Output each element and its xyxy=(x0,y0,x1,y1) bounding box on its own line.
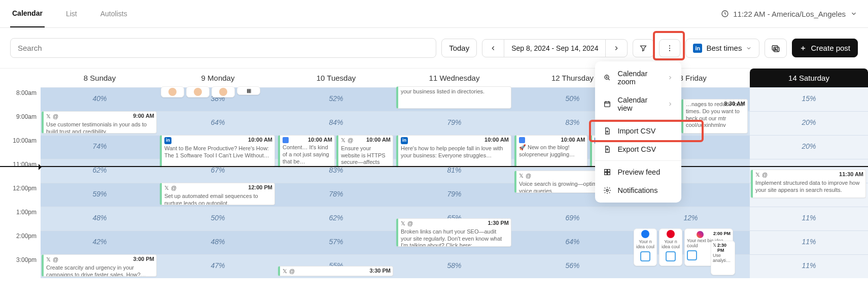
event-card[interactable]: 𝕏@ 3:30 PM xyxy=(278,266,393,276)
event-time: 10:00 AM xyxy=(308,137,332,144)
menu-preview-feed[interactable]: Preview feed xyxy=(595,163,681,181)
pct-label: 42% xyxy=(41,238,159,246)
event-card[interactable]: in 10:00 AM Want to Be More Productive? … xyxy=(160,135,275,168)
svg-rect-5 xyxy=(605,102,610,107)
more-menu-button[interactable] xyxy=(659,39,680,57)
chevron-down-icon xyxy=(850,10,858,18)
svg-point-10 xyxy=(606,189,608,191)
search-input[interactable] xyxy=(10,38,436,58)
tab-autolists[interactable]: Autolists xyxy=(98,0,129,27)
pct-label: 47% xyxy=(159,261,277,270)
menu-export-csv[interactable]: Export CSV xyxy=(595,140,681,158)
pct-label: 50% xyxy=(159,214,277,222)
day-col-wed[interactable]: 79% 81% 79% 65% 58% your business listed… xyxy=(395,87,513,278)
threads-icon: @ xyxy=(762,172,768,179)
event-body: Set up automated email sequences to nurt… xyxy=(164,193,272,205)
event-mini[interactable]: Your n idea coul xyxy=(634,228,657,266)
pct-label: 69% xyxy=(513,214,632,222)
facebook-icon xyxy=(641,230,649,238)
pct-label: 78% xyxy=(277,190,395,198)
day-col-sun[interactable]: 40% 74% 62% 59% 48% 42% 𝕏@ 9:00 AM Use c… xyxy=(41,87,159,278)
event-card[interactable]: 10:00 AM Content… It's kind of a not jus… xyxy=(278,135,335,168)
event-time: 2:30 PM xyxy=(717,243,733,253)
event-time: 8:30 AM xyxy=(724,101,745,108)
pct-label: 15% xyxy=(750,94,868,103)
best-times-button[interactable]: in Best times xyxy=(685,39,759,58)
day-col-mon[interactable]: 38% 64% 67% 50% 48% 47% ▦ in 10:00 AM Wa… xyxy=(159,87,277,278)
event-mini[interactable]: Your n idea coul xyxy=(659,228,682,266)
event-body: Create scarcity and urgency in your camp… xyxy=(46,264,154,277)
event-mini[interactable]: 𝕏2:30 PM Use analyti… xyxy=(711,241,735,275)
timezone-display[interactable]: 11:22 AM - America/Los_Angeles xyxy=(721,10,858,18)
tab-list[interactable]: List xyxy=(64,0,79,27)
current-time-indicator xyxy=(0,166,868,167)
event-card[interactable]: 𝕏@ 11:30 AM Implement structured data to… xyxy=(751,170,866,198)
threads-icon: @ xyxy=(289,268,295,275)
menu-notifications[interactable]: Notifications xyxy=(595,181,681,200)
menu-import-csv[interactable]: Import CSV xyxy=(595,122,681,140)
next-week-button[interactable] xyxy=(605,40,627,57)
today-button[interactable]: Today xyxy=(441,39,477,57)
event-card[interactable]: 10:00 AM 🚀 New on the blog! solopreneur … xyxy=(514,135,587,168)
event-card[interactable]: 𝕏@ 1:30 PM Broken links can hurt your SE… xyxy=(396,218,511,247)
best-times-label: Best times xyxy=(706,44,742,52)
event-body: Implement structured data to improve how… xyxy=(755,180,863,194)
svg-point-3 xyxy=(669,50,670,51)
grid-icon: ▦ xyxy=(247,88,251,93)
event-card[interactable]: your business listed in directories. xyxy=(396,86,511,109)
hour-label: 10:00am xyxy=(0,135,41,159)
pct-label: 79% xyxy=(395,190,513,198)
menu-calendar-view[interactable]: Calendar view xyxy=(595,91,681,117)
day-col-tue[interactable]: 52% 84% 83% 78% 62% 57% 55% 10:00 AM Con… xyxy=(277,87,395,278)
chevron-right-icon xyxy=(667,75,673,81)
plus-icon xyxy=(800,45,807,52)
tab-calendar[interactable]: Calendar xyxy=(10,0,45,27)
pct-label: 62% xyxy=(277,214,395,222)
thumbnail-icon xyxy=(194,88,202,96)
hour-label: 1:00pm xyxy=(0,207,41,230)
event-card[interactable]: in 10:00 AM Here's how to help people fa… xyxy=(396,135,511,168)
event-mini[interactable] xyxy=(161,86,184,97)
event-body: Use analyti… xyxy=(713,253,733,263)
pct-label: 74% xyxy=(41,142,159,150)
svg-rect-7 xyxy=(608,169,610,172)
thumbnail-icon xyxy=(687,250,697,260)
create-post-label: Create post xyxy=(811,44,850,52)
event-mini[interactable] xyxy=(186,86,210,97)
event-time: 2:00 PM xyxy=(713,231,731,238)
google-icon xyxy=(519,137,525,143)
prev-week-button[interactable] xyxy=(482,40,504,57)
event-body: Your n idea coul xyxy=(661,239,681,249)
hour-label: 12:00pm xyxy=(0,183,41,207)
create-post-button[interactable]: Create post xyxy=(792,39,858,57)
calendar-icon xyxy=(603,100,611,108)
svg-rect-6 xyxy=(605,169,607,172)
more-dropdown: Calendar zoom Calendar view Import CSV E… xyxy=(595,61,681,203)
event-card[interactable]: 𝕏@ 10:00 AM Ensure your website is HTTPS… xyxy=(336,135,393,168)
thumbnail-icon xyxy=(666,251,676,261)
event-mini[interactable] xyxy=(212,86,235,97)
threads-icon: @ xyxy=(53,256,58,263)
date-range-label[interactable]: Sep 8, 2024 - Sep 14, 2024 xyxy=(504,40,605,57)
event-time: 11:30 AM xyxy=(839,171,863,178)
pct-label: 57% xyxy=(277,238,395,246)
menu-calendar-zoom[interactable]: Calendar zoom xyxy=(595,64,681,91)
pct-label: 11% xyxy=(750,238,868,246)
export-icon xyxy=(603,145,611,153)
event-time: 9:00 AM xyxy=(133,113,154,120)
event-card[interactable]: 8:30 AM …nages to reduce load times. Do … xyxy=(681,99,748,134)
event-body: Use customer testimonials in your ads to… xyxy=(46,121,154,134)
threads-icon: @ xyxy=(348,137,353,144)
event-card[interactable]: 𝕏@ 3:00 PM Create scarcity and urgency i… xyxy=(42,254,157,277)
day-col-sat[interactable]: 15% 20% 20% 11% 11% 11% 𝕏@ 11:30 AM Impl… xyxy=(750,87,868,278)
filter-button[interactable] xyxy=(633,39,654,57)
day-header-mon: 9 Monday xyxy=(159,68,277,87)
event-card[interactable]: 𝕏@ 9:00 AM Use customer testimonials in … xyxy=(42,111,157,134)
date-navigator: Sep 8, 2024 - Sep 14, 2024 xyxy=(482,39,628,57)
event-card[interactable]: 𝕏@ 12:00 PM Set up automated email seque… xyxy=(160,183,275,205)
import-icon xyxy=(603,127,611,135)
media-button[interactable] xyxy=(765,39,787,58)
pct-label: 40% xyxy=(41,94,159,103)
google-icon xyxy=(283,137,289,143)
event-mini[interactable]: ▦ xyxy=(237,86,260,95)
